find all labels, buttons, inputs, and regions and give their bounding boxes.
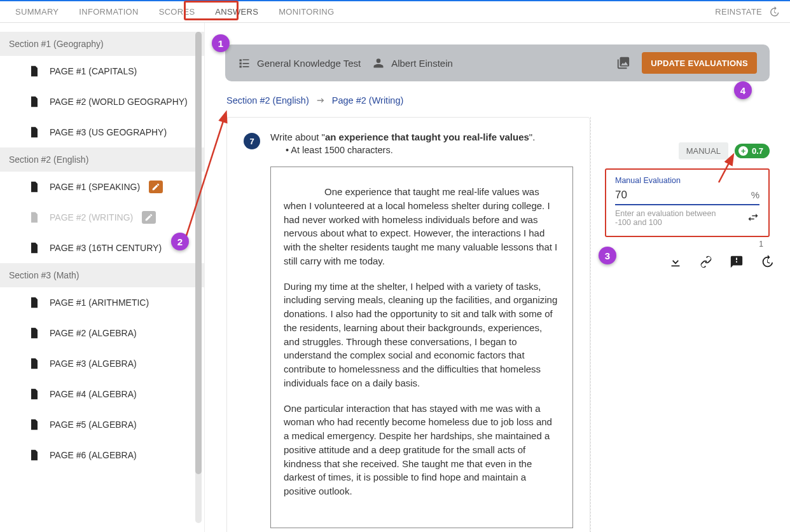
sidebar-page-label: PAGE #1 (SPEAKING) [50, 182, 140, 192]
manual-evaluation-input[interactable] [615, 188, 751, 204]
swap-icon[interactable] [747, 211, 759, 224]
update-evaluations-button[interactable]: UPDATE EVALUATIONS [642, 52, 757, 74]
document-icon [28, 296, 41, 309]
comment-icon[interactable] [730, 255, 744, 269]
sidebar-page-item[interactable]: PAGE #1 (ARITHMETIC) [0, 287, 204, 318]
edit-badge-icon [149, 181, 163, 193]
sidebar-page-label: PAGE #3 (16TH CENTURY) [50, 243, 162, 253]
sidebar-page-item[interactable]: PAGE #2 (WORLD GEOGRAPHY) [0, 86, 204, 117]
history-icon[interactable] [760, 255, 774, 269]
eval-page-indicator: 1 [605, 240, 763, 249]
test-name: General Knowledge Test [238, 57, 361, 69]
sidebar-page-label: PAGE #4 (ALGEBRA) [50, 389, 137, 399]
sidebar-page-label: PAGE #5 (ALGEBRA) [50, 419, 137, 430]
sidebar-page-item[interactable]: PAGE #3 (ALGEBRA) [0, 348, 204, 379]
score-value: 0.7 [752, 146, 763, 156]
question-prompt: Write about "an experience that taught y… [270, 132, 573, 142]
person-icon [372, 57, 385, 69]
evaluation-panel: MANUAL + 0.7 Manual Evaluation % Enter a… [590, 117, 770, 532]
sidebar-page-label: PAGE #3 (ALGEBRA) [50, 358, 137, 369]
sidebar-page-item[interactable]: PAGE #3 (16TH CENTURY) [0, 233, 204, 263]
document-icon [28, 357, 41, 370]
sidebar-section-header: Section #1 (Geography) [0, 32, 204, 56]
prompt-prefix: Write about " [270, 132, 325, 142]
document-icon [28, 181, 41, 193]
plus-icon: + [738, 146, 748, 156]
download-icon[interactable] [669, 255, 683, 269]
sidebar-page-label: PAGE #6 (ALGEBRA) [50, 450, 137, 460]
sidebar-page-label: PAGE #2 (ALGEBRA) [50, 328, 137, 338]
breadcrumb-section[interactable]: Section #2 (English) [226, 95, 309, 106]
answer-paragraph: During my time at the shelter, I helped … [284, 280, 560, 390]
eval-field-label: Manual Evaluation [615, 176, 759, 185]
sidebar-page-item-active[interactable]: PAGE #2 (WRITING) [0, 202, 204, 233]
sidebar-scrollbar[interactable] [195, 32, 202, 523]
question-number: 7 [244, 133, 260, 149]
question-panel: 7 Write about "an experience that taught… [226, 117, 590, 532]
sidebar-scroll-thumb[interactable] [195, 32, 202, 474]
sidebar-page-label: PAGE #1 (CAPITALS) [50, 66, 137, 76]
document-icon [28, 449, 41, 461]
sidebar-page-item[interactable]: PAGE #4 (ALGEBRA) [0, 379, 204, 409]
reinstate-label: REINSTATE [715, 7, 762, 17]
user-name: Albert Einstein [372, 57, 453, 69]
document-icon [28, 388, 41, 400]
document-icon [28, 211, 41, 224]
answer-paragraph: One particular interaction that has stay… [284, 402, 560, 498]
answer-text: One experience that taught me real-life … [270, 167, 573, 528]
user-name-label: Albert Einstein [391, 58, 453, 69]
sidebar-page-label: PAGE #3 (US GEOGRAPHY) [50, 127, 167, 137]
eval-hint: Enter an evaluation between -100 and 100 [615, 209, 730, 227]
document-icon [28, 418, 41, 431]
sidebar-page-label: PAGE #1 (ARITHMETIC) [50, 297, 149, 308]
test-name-label: General Knowledge Test [257, 58, 361, 69]
document-icon [28, 95, 41, 108]
top-tab-bar: SUMMARY INFORMATION SCORES ANSWERS MONIT… [0, 0, 790, 23]
document-icon [28, 327, 41, 339]
tab-answers[interactable]: ANSWERS [205, 1, 268, 22]
tab-monitoring[interactable]: MONITORING [268, 1, 344, 22]
list-icon [238, 57, 251, 69]
main-content: General Knowledge Test Albert Einstein U… [205, 23, 790, 532]
reinstate-action[interactable]: REINSTATE [715, 6, 785, 18]
sidebar: Section #1 (Geography) PAGE #1 (CAPITALS… [0, 23, 205, 532]
sidebar-page-label: PAGE #2 (WRITING) [50, 212, 133, 222]
header-card: General Knowledge Test Albert Einstein U… [225, 44, 770, 81]
breadcrumb-page[interactable]: Page #2 (Writing) [332, 95, 404, 106]
prompt-suffix: ". [529, 132, 536, 142]
question-rule: • At least 1500 characters. [286, 145, 573, 155]
sidebar-page-item[interactable]: PAGE #1 (CAPITALS) [0, 56, 204, 86]
percent-symbol: % [751, 189, 759, 203]
eval-action-row [669, 255, 770, 269]
link-icon[interactable] [699, 255, 713, 269]
sidebar-page-item[interactable]: PAGE #5 (ALGEBRA) [0, 409, 204, 440]
breadcrumb: Section #2 (English) Page #2 (Writing) [226, 95, 790, 106]
history-icon [768, 6, 780, 18]
tab-scores[interactable]: SCORES [149, 1, 205, 22]
sidebar-page-label: PAGE #2 (WORLD GEOGRAPHY) [50, 97, 188, 107]
manual-evaluation-box: Manual Evaluation % Enter an evaluation … [605, 168, 770, 237]
manual-chip: MANUAL [679, 142, 728, 160]
sidebar-page-item[interactable]: PAGE #6 (ALGEBRA) [0, 440, 204, 470]
sidebar-page-item[interactable]: PAGE #3 (US GEOGRAPHY) [0, 117, 204, 147]
tab-information[interactable]: INFORMATION [69, 1, 148, 22]
arrow-right-icon [315, 95, 326, 106]
sidebar-page-item[interactable]: PAGE #2 (ALGEBRA) [0, 318, 204, 348]
document-icon [28, 65, 41, 78]
sidebar-page-item[interactable]: PAGE #1 (SPEAKING) [0, 172, 204, 202]
sidebar-section-header: Section #3 (Math) [0, 263, 204, 287]
answer-paragraph: One experience that taught me real-life … [284, 185, 560, 268]
tab-summary[interactable]: SUMMARY [5, 1, 69, 22]
prompt-bold: an experience that taught you real-life … [325, 132, 529, 142]
score-pill: + 0.7 [735, 144, 770, 158]
images-icon[interactable] [616, 56, 630, 70]
document-icon [28, 126, 41, 139]
document-icon [28, 242, 41, 254]
edit-badge-icon [142, 211, 156, 224]
sidebar-section-header: Section #2 (English) [0, 147, 204, 172]
